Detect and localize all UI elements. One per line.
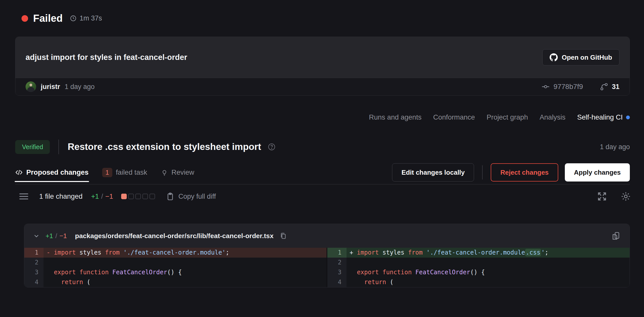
diff-body: 1- import styles from './feat-cancel-ord… — [24, 248, 630, 287]
commit-time: 1 day ago — [65, 83, 95, 91]
tab-label: failed task — [116, 168, 147, 176]
diff-pane-after[interactable]: 1+ import styles from './feat-cancel-ord… — [327, 248, 630, 287]
failed-task-count-badge: 1 — [102, 168, 112, 177]
line-number: 1 — [327, 248, 347, 258]
code-line — [347, 258, 630, 267]
diff-line: 3 export function FeatCancelOrder() { — [24, 267, 327, 277]
top-nav: Runs and agents Conformance Project grap… — [369, 113, 630, 121]
fix-time: 1 day ago — [600, 143, 630, 151]
open-on-github-button[interactable]: Open on GitHub — [542, 49, 619, 65]
failed-status-dot — [22, 15, 28, 22]
code-line: - import styles from './feat-cancel-orde… — [44, 248, 327, 258]
diff-line: 1+ import styles from './feat-cancel-ord… — [327, 248, 630, 258]
commit-sha-group[interactable]: 9778b7f9 — [541, 82, 583, 91]
nav-label: Analysis — [540, 113, 565, 121]
commit-card: adjust import for styles in feat-cancel-… — [15, 37, 630, 96]
tabs-row: Proposed changes 1 failed task Review Ed… — [15, 161, 630, 185]
branch-icon — [600, 82, 608, 91]
clipboard-icon — [166, 192, 175, 201]
nav-label: Self-healing CI — [577, 113, 623, 121]
commit-title: adjust import for styles in feat-cancel-… — [26, 53, 187, 62]
verified-badge: Verified — [15, 140, 50, 154]
code-line: return ( — [347, 277, 630, 287]
file-deletions: −1 — [59, 232, 67, 240]
diff-line: 2 — [327, 258, 630, 267]
copy-path-icon[interactable] — [279, 232, 287, 240]
code-line — [44, 258, 327, 267]
tabs: Proposed changes 1 failed task Review — [15, 161, 194, 184]
copy-file-diff-icon[interactable] — [611, 231, 621, 241]
reject-changes-button[interactable]: Reject changes — [491, 163, 558, 182]
github-icon — [550, 53, 558, 61]
nav-item-self-healing-ci[interactable]: Self-healing CI — [577, 113, 630, 121]
copy-full-diff-button[interactable]: Copy full diff — [166, 192, 216, 201]
diff-file-header[interactable]: +1 / −1 packages/orders/feat-cancel-orde… — [24, 224, 630, 248]
file-additions: +1 — [46, 232, 53, 240]
diff-block — [135, 194, 141, 199]
help-icon[interactable] — [268, 143, 276, 151]
tab-label: Proposed changes — [26, 168, 89, 176]
nav-item-analysis[interactable]: Analysis — [540, 113, 565, 121]
self-healing-ci-dot — [626, 116, 630, 119]
line-number: 4 — [327, 277, 347, 287]
commit-card-header: adjust import for styles in feat-cancel-… — [15, 37, 630, 78]
diff-change-counts: +1 / −1 — [91, 193, 113, 200]
diff-block — [128, 194, 134, 199]
nav-item-runs-and-agents[interactable]: Runs and agents — [369, 113, 422, 121]
line-number: 2 — [24, 258, 44, 267]
code-icon — [15, 169, 23, 176]
files-changed-label: 1 file changed — [39, 192, 82, 200]
action-buttons: Edit changes locally Reject changes Appl… — [392, 163, 630, 182]
lightbulb-icon — [161, 169, 168, 176]
tab-review[interactable]: Review — [161, 161, 194, 184]
diff-blocks — [121, 194, 155, 199]
commit-sha: 9778b7f9 — [553, 83, 583, 91]
gear-icon[interactable] — [620, 191, 631, 202]
diff-line: 3 export function FeatCancelOrder() { — [327, 267, 630, 277]
expand-icon[interactable] — [597, 191, 607, 202]
apply-changes-button[interactable]: Apply changes — [565, 163, 630, 182]
commit-icon — [541, 82, 550, 91]
separator: / — [55, 232, 57, 240]
clock-icon — [70, 15, 77, 22]
fix-title: Restore .css extension to stylesheet imp… — [68, 142, 261, 152]
branch-count: 31 — [612, 83, 619, 91]
run-status-label: Failed — [33, 13, 63, 24]
line-number: 2 — [327, 258, 347, 267]
code-line: return ( — [44, 277, 327, 287]
tab-proposed-changes[interactable]: Proposed changes — [15, 161, 89, 184]
chevron-down-icon[interactable] — [33, 232, 40, 239]
author-avatar[interactable] — [26, 81, 36, 92]
nav-label: Runs and agents — [369, 113, 422, 121]
tab-failed-task[interactable]: 1 failed task — [102, 161, 147, 184]
run-duration-text: 1m 37s — [80, 14, 102, 22]
open-on-github-label: Open on GitHub — [562, 54, 612, 61]
edit-changes-locally-button[interactable]: Edit changes locally — [392, 163, 474, 182]
divider — [58, 140, 59, 154]
deletions-count: −1 — [105, 193, 113, 200]
nav-label: Conformance — [433, 113, 475, 121]
copy-full-diff-label: Copy full diff — [178, 193, 216, 200]
diff-line: 1- import styles from './feat-cancel-ord… — [24, 248, 327, 258]
line-number: 1 — [24, 248, 44, 258]
diff-toolbar-right — [597, 191, 631, 202]
diff-block — [142, 194, 148, 199]
self-healing-ci-page: Failed 1m 37s adjust import for styles i… — [0, 0, 644, 317]
diff-toolbar: 1 file changed +1 / −1 Copy full diff — [19, 191, 631, 202]
code-line: export function FeatCancelOrder() { — [347, 267, 630, 277]
author-name[interactable]: juristr — [41, 83, 60, 91]
file-list-menu-icon[interactable] — [19, 193, 29, 200]
nav-item-project-graph[interactable]: Project graph — [487, 113, 528, 121]
commit-card-meta-bar: juristr 1 day ago 9778b7f9 31 — [15, 78, 630, 95]
additions-count: +1 — [91, 193, 99, 200]
diff-line: 2 — [24, 258, 327, 267]
nav-item-conformance[interactable]: Conformance — [433, 113, 475, 121]
nav-label: Project graph — [487, 113, 528, 121]
diff-line: 4 return ( — [24, 277, 327, 287]
diff-pane-before[interactable]: 1- import styles from './feat-cancel-ord… — [24, 248, 327, 287]
divider — [482, 165, 483, 179]
line-number: 3 — [24, 267, 44, 277]
diff-line: 4 return ( — [327, 277, 630, 287]
branch-runs-group[interactable]: 31 — [600, 82, 619, 91]
separator: / — [101, 193, 103, 200]
